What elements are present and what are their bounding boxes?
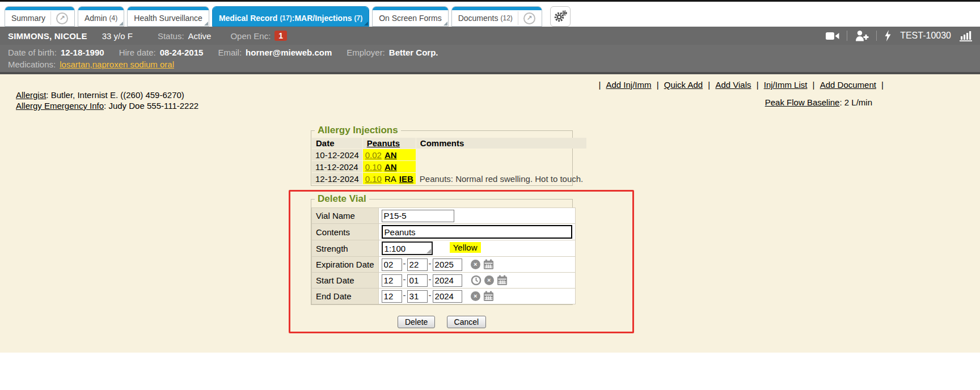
clear-date-icon[interactable]: ×	[471, 260, 480, 269]
calendar-icon[interactable]	[483, 291, 494, 302]
tab-summary[interactable]: Summary ↗	[5, 6, 75, 27]
clock-icon[interactable]	[471, 275, 481, 286]
resize-grip-icon[interactable]	[426, 249, 431, 253]
allergy-emergency-link[interactable]: Allergy Emergency Info	[16, 101, 104, 111]
tab-on-screen-forms[interactable]: On Screen Forms	[372, 6, 448, 27]
employer-field: Employer:Better Corp.	[347, 48, 438, 57]
peak-flow-baseline: Peak Flow Baseline: 2 L/min	[765, 98, 872, 107]
tab-health-surveillance[interactable]: Health Surveillance	[127, 6, 209, 27]
date-separator: -	[429, 258, 432, 268]
external-link-icon[interactable]: ↗	[523, 12, 535, 24]
lightning-bolt-icon[interactable]	[884, 30, 892, 41]
strength-input[interactable]	[382, 241, 433, 255]
end-year-input[interactable]	[433, 290, 462, 303]
allergist-value: Butler, Internist E. ((260) 459-6270)	[51, 90, 184, 100]
link-separator: |	[708, 80, 710, 90]
open-enc-badge[interactable]: 1	[274, 31, 287, 41]
person-add-icon[interactable]	[855, 30, 869, 41]
bar-chart-flowsheet-icon[interactable]	[960, 31, 972, 41]
peak-flow-value: 2 L/min	[844, 98, 872, 107]
start-month-input[interactable]	[382, 274, 402, 287]
tab-medical-record-label: Medical Record	[219, 14, 277, 23]
gears-icon	[554, 10, 567, 23]
vial-name-input[interactable]	[382, 210, 454, 222]
toolbar-divider	[876, 31, 877, 41]
tab-medical-record-count: (17)	[280, 14, 292, 22]
expiration-year-input[interactable]	[433, 258, 462, 271]
clear-date-icon[interactable]: ×	[471, 291, 480, 301]
add-vials-link[interactable]: Add Vials	[715, 80, 751, 90]
date-separator: -	[429, 290, 432, 300]
comments-column-header: Comments	[416, 138, 586, 149]
date-separator: -	[403, 258, 406, 268]
delete-button[interactable]: Delete	[398, 316, 435, 328]
link-separator: |	[657, 80, 659, 90]
reaction-code-link[interactable]: AN	[385, 162, 397, 172]
calendar-icon[interactable]	[497, 275, 508, 286]
reaction-code-link[interactable]: IEB	[399, 174, 413, 184]
link-separator: |	[757, 80, 759, 90]
patient-id: TEST-10030	[900, 31, 951, 41]
end-month-input[interactable]	[382, 290, 402, 303]
expiration-day-input[interactable]	[407, 258, 428, 271]
delete-vial-form: Vial Name Contents Strength Yellow Expir…	[311, 207, 576, 304]
delete-vial-actions: Delete Cancel	[311, 316, 573, 328]
quick-action-links: | Add Inj/Imm | Quick Add | Add Vials | …	[598, 80, 884, 90]
injection-comment	[416, 149, 586, 160]
injection-comment: Peanuts: Normal red swelling. Hot to tou…	[416, 173, 586, 184]
clear-date-icon[interactable]: ×	[484, 275, 494, 285]
tab-divider	[50, 11, 51, 25]
add-document-link[interactable]: Add Document	[820, 80, 876, 90]
end-day-input[interactable]	[407, 290, 428, 303]
allergist-link[interactable]: Allergist	[16, 90, 46, 100]
date-column-header: Date	[312, 138, 362, 149]
emergency-value: Judy Doe 555-111-2222	[108, 101, 198, 111]
tab-summary-label: Summary	[11, 14, 45, 23]
calendar-icon[interactable]	[483, 259, 494, 270]
table-row: 11-12-2024 0.10AN	[312, 161, 586, 172]
start-year-input[interactable]	[433, 274, 462, 287]
tab-documents-count: (12)	[500, 14, 512, 22]
medication-link[interactable]: naproxen sodium oral	[92, 60, 174, 69]
peanuts-header-link[interactable]: Peanuts	[367, 138, 400, 148]
allergen-column-header: Peanuts	[363, 138, 416, 149]
tab-dropdown-fold-icon	[204, 22, 208, 26]
reaction-code-link[interactable]: AN	[385, 150, 397, 160]
tab-admin-label: Admin	[85, 14, 107, 23]
cancel-button[interactable]: Cancel	[447, 316, 487, 328]
chart-tab-bar: Summary ↗ Admin (4) Health Surveillance …	[0, 2, 980, 27]
peak-flow-baseline-link[interactable]: Peak Flow Baseline	[765, 98, 840, 107]
tab-documents[interactable]: Documents (12) ↗	[451, 6, 542, 27]
injection-comment	[416, 161, 586, 172]
dose-link[interactable]: 0.10	[365, 162, 382, 172]
video-camera-icon[interactable]	[826, 31, 839, 41]
dose-link[interactable]: 0.10	[365, 174, 382, 184]
allergist-line: Allergist: Butler, Internist E. ((260) 4…	[16, 90, 198, 100]
vial-name-label: Vial Name	[312, 208, 379, 224]
tab-dropdown-fold-icon	[119, 22, 123, 26]
peak-flow-separator: :	[839, 98, 844, 107]
tab-settings-button[interactable]	[550, 6, 571, 27]
form-row-expiration-date: Expiration Date -- ×	[312, 257, 576, 273]
table-row: 12-12-2024 0.10RAIEB Peanuts: Normal red…	[312, 173, 586, 184]
tab-medical-record-active[interactable]: Medical Record (17) :MAR/Injections (7)	[212, 6, 369, 27]
allergy-injections-fieldset: Allergy Injections Date Peanuts Comments…	[311, 130, 573, 186]
end-date-label: End Date	[312, 289, 379, 304]
delete-vial-legend: Delete Vial	[315, 193, 369, 205]
inj-imm-list-link[interactable]: Inj/Imm List	[764, 80, 808, 90]
tab-on-screen-forms-label: On Screen Forms	[379, 14, 441, 23]
date-separator: -	[403, 290, 406, 300]
tab-admin[interactable]: Admin (4)	[78, 6, 124, 27]
patient-header-bar: SIMMONS, NICOLE 33 y/o F Status: Active …	[0, 27, 980, 45]
delete-vial-fieldset: Delete Vial Vial Name Contents Strength …	[311, 199, 573, 305]
medication-link[interactable]: losartan	[60, 60, 90, 69]
demographics-row-1: Date of birth:12-18-1990 Hire date:08-24…	[8, 48, 972, 57]
quick-add-link[interactable]: Quick Add	[664, 80, 703, 90]
start-day-input[interactable]	[407, 274, 428, 287]
external-link-icon[interactable]: ↗	[56, 12, 68, 24]
add-inj-imm-link[interactable]: Add Inj/Imm	[606, 80, 651, 90]
dose-link[interactable]: 0.02	[365, 150, 382, 160]
expiration-month-input[interactable]	[382, 258, 402, 271]
injection-date: 10-12-2024	[312, 149, 362, 160]
contents-input[interactable]	[382, 225, 572, 239]
